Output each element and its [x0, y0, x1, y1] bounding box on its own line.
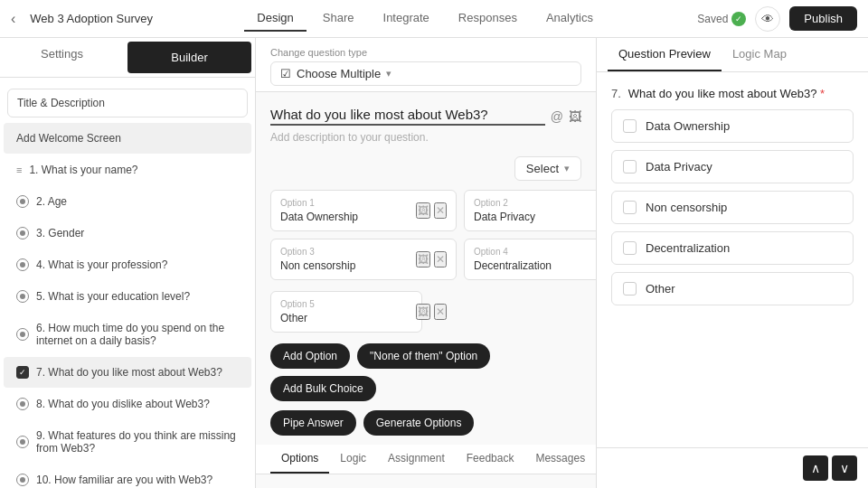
- add-bulk-choice-button[interactable]: Add Bulk Choice: [270, 376, 376, 401]
- nav-analytics[interactable]: Analytics: [533, 5, 606, 32]
- tab-messages[interactable]: Messages: [524, 445, 596, 474]
- nav-integrate[interactable]: Integrate: [371, 5, 442, 32]
- nav-design[interactable]: Design: [244, 5, 306, 32]
- option-card-5: Option 5 🖼 ✕: [270, 291, 422, 333]
- sidebar-item-q1[interactable]: ≡ 1. What is your name?: [4, 155, 251, 185]
- tab-assignment[interactable]: Assignment: [377, 445, 456, 474]
- tab-feedback[interactable]: Feedback: [456, 445, 525, 474]
- preview-checkbox-3: [623, 201, 637, 214]
- option-4-input[interactable]: [474, 259, 596, 272]
- q8-label: 8. What do you dislike about Web3?: [36, 398, 210, 410]
- radio-icon: [16, 398, 29, 410]
- preview-option-3[interactable]: Non censorship: [611, 191, 854, 224]
- option-3-delete-btn[interactable]: ✕: [434, 251, 447, 267]
- sidebar-item-q3[interactable]: 3. Gender: [4, 218, 251, 249]
- option-2-input[interactable]: [474, 211, 596, 223]
- generate-options-button[interactable]: Generate Options: [363, 410, 475, 436]
- tab-builder[interactable]: Builder: [127, 42, 251, 73]
- tab-settings[interactable]: Settings: [0, 38, 124, 77]
- sidebar-list: Title & Description Add Welcome Screen ≡…: [0, 78, 255, 488]
- sidebar: Settings Builder Title & Description Add…: [0, 38, 256, 488]
- preview-option-1-text: Data Ownership: [646, 119, 730, 133]
- preview-checkbox-1: [623, 119, 637, 133]
- right-content: 7. What do you like most about Web3? * D…: [597, 72, 868, 447]
- q6-label: 6. How much time do you spend on the int…: [36, 322, 239, 347]
- option-3-image-btn[interactable]: 🖼: [416, 251, 430, 267]
- preview-q-num: 7.: [611, 87, 621, 100]
- mention-button[interactable]: @: [551, 109, 563, 124]
- options-grid: Option 1 🖼 ✕ Option 2 🖼 ✕: [270, 190, 581, 280]
- none-of-them-button[interactable]: "None of them" Option: [357, 343, 490, 369]
- preview-option-1[interactable]: Data Ownership: [611, 109, 854, 143]
- tab-question-preview[interactable]: Question Preview: [608, 38, 722, 71]
- option-card-4: Option 4 🖼 ✕: [464, 239, 596, 280]
- tab-logic[interactable]: Logic: [329, 445, 377, 474]
- preview-question-header: 7. What do you like most about Web3? *: [611, 87, 854, 100]
- publish-button[interactable]: Publish: [789, 6, 857, 31]
- option-5-content: Option 5: [280, 299, 416, 324]
- preview-option-4[interactable]: Decentralization: [611, 231, 854, 265]
- sidebar-item-q9[interactable]: 9. What features do you think are missin…: [4, 420, 251, 464]
- sidebar-item-welcome[interactable]: Add Welcome Screen: [4, 123, 251, 154]
- dropdown-chevron-icon: ▾: [564, 163, 570, 174]
- sidebar-item-q2[interactable]: 2. Age: [4, 186, 251, 217]
- preview-option-5-text: Other: [646, 282, 675, 296]
- option-1-image-btn[interactable]: 🖼: [416, 202, 430, 219]
- sidebar-item-q7[interactable]: ✓ 7. What do you like most about Web3?: [4, 357, 251, 388]
- nav-up-button[interactable]: ∧: [803, 455, 828, 481]
- nav-share[interactable]: Share: [310, 5, 367, 32]
- image-button[interactable]: 🖼: [569, 109, 581, 124]
- sidebar-item-q10[interactable]: 10. How familiar are you with Web3?: [4, 465, 251, 488]
- select-dropdown[interactable]: Select ▾: [514, 156, 581, 181]
- back-button[interactable]: ‹: [11, 11, 15, 27]
- sidebar-item-q6[interactable]: 6. How much time do you spend on the int…: [4, 313, 251, 356]
- preview-checkbox-4: [623, 241, 637, 255]
- sidebar-item-title-desc[interactable]: Title & Description: [7, 89, 248, 117]
- radio-icon: [16, 436, 29, 448]
- sidebar-item-q5[interactable]: 5. What is your education level?: [4, 281, 251, 312]
- preview-checkbox-2: [623, 160, 637, 174]
- main-layout: Settings Builder Title & Description Add…: [0, 38, 868, 488]
- option-5-delete-btn[interactable]: ✕: [434, 304, 447, 320]
- tab-logic-map[interactable]: Logic Map: [722, 38, 797, 71]
- preview-button[interactable]: 👁: [755, 6, 780, 32]
- q5-label: 5. What is your education level?: [36, 290, 190, 303]
- option-3-input[interactable]: [280, 259, 416, 272]
- option-card-2: Option 2 🖼 ✕: [464, 190, 596, 231]
- middle-top: Change question type ☑ Choose Multiple ▾: [256, 38, 596, 92]
- question-input-row: @ 🖼: [270, 107, 581, 126]
- option-1-input[interactable]: [280, 211, 416, 223]
- choose-multiple-button[interactable]: ☑ Choose Multiple ▾: [270, 61, 581, 86]
- nav-down-button[interactable]: ∨: [832, 455, 857, 481]
- option-5-image-btn[interactable]: 🖼: [416, 304, 430, 320]
- right-panel: Question Preview Logic Map 7. What do yo…: [597, 38, 868, 488]
- radio-icon: [16, 258, 29, 271]
- middle-content: @ 🖼 Add description to your question. Se…: [256, 92, 596, 488]
- option-2-label: Option 2: [474, 198, 596, 208]
- add-option-button[interactable]: Add Option: [270, 343, 350, 369]
- option-5-label: Option 5: [280, 299, 416, 309]
- tab-options[interactable]: Options: [270, 445, 329, 474]
- preview-option-2[interactable]: Data Privacy: [611, 150, 854, 183]
- option-4-content: Option 4: [474, 247, 596, 272]
- middle-panel: Change question type ☑ Choose Multiple ▾…: [256, 38, 597, 488]
- select-dropdown-row: Select ▾: [270, 156, 581, 181]
- option-3-content: Option 3: [280, 247, 416, 272]
- pipe-answer-button[interactable]: Pipe Answer: [270, 410, 356, 436]
- q1-label: 1. What is your name?: [29, 164, 137, 176]
- question-description: Add description to your question.: [270, 131, 581, 144]
- sidebar-item-q8[interactable]: 8. What do you dislike about Web3?: [4, 389, 251, 419]
- option-5-input[interactable]: [280, 312, 416, 324]
- option-2-content: Option 2: [474, 198, 596, 223]
- nav-responses[interactable]: Responses: [446, 5, 530, 32]
- question-input[interactable]: [270, 107, 545, 126]
- q10-label: 10. How familiar are you with Web3?: [36, 474, 212, 486]
- text-icon: ≡: [16, 164, 22, 175]
- radio-icon: [16, 195, 29, 208]
- preview-option-5[interactable]: Other: [611, 272, 854, 305]
- sidebar-item-q4[interactable]: 4. What is your profession?: [4, 249, 251, 280]
- saved-label: Saved: [697, 13, 728, 25]
- q7-label: 7. What do you like most about Web3?: [36, 366, 222, 379]
- option-1-delete-btn[interactable]: ✕: [434, 202, 447, 219]
- survey-title: Web 3 Adoption Survey: [30, 12, 153, 25]
